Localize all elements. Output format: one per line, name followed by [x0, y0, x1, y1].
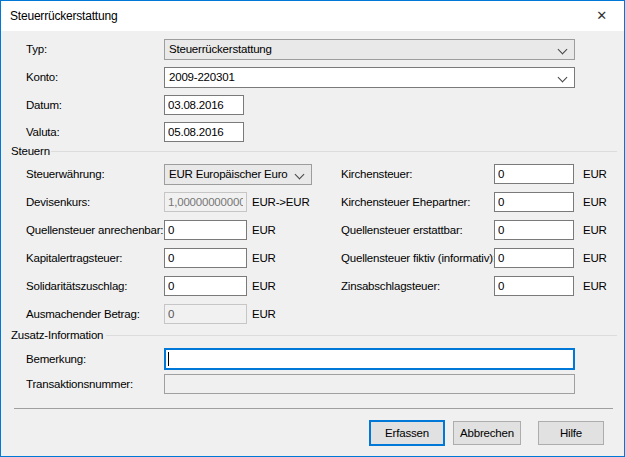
- erfassen-button[interactable]: Erfassen: [369, 420, 445, 446]
- ausmachender-betrag-label: Ausmachender Betrag:: [26, 304, 140, 324]
- group-zusatz-line: [106, 335, 617, 336]
- group-zusatz-label: Zusatz-Information: [11, 328, 103, 342]
- steuerwaehrung-select[interactable]: EUR Europäischer Euro: [164, 164, 312, 185]
- transaktionsnummer-input: [164, 374, 575, 394]
- datum-input[interactable]: [164, 95, 244, 115]
- kirchensteuer-ehepartner-input[interactable]: [494, 192, 574, 212]
- group-steuern-line: [51, 151, 617, 152]
- window-title: Steuerrückerstattung: [10, 1, 117, 31]
- kirchensteuer-input[interactable]: [494, 164, 574, 184]
- konto-label: Konto:: [26, 67, 58, 87]
- dialog-steuerrueckerstattung: Steuerrückerstattung ✕ Typ: Steuerrücker…: [0, 0, 625, 457]
- abbrechen-button[interactable]: Abbrechen: [453, 421, 521, 445]
- kirchensteuer-label: Kirchensteuer:: [341, 164, 412, 184]
- konto-value: 2009-220301: [169, 68, 235, 87]
- quellensteuer-anrechenbar-currency-label: EUR: [252, 220, 276, 240]
- devisenkurs-currency-label: EUR->EUR: [252, 192, 310, 212]
- titlebar[interactable]: Steuerrückerstattung ✕: [1, 1, 624, 31]
- kirchensteuer-currency-label: EUR: [583, 164, 607, 184]
- solidaritaetszuschlag-currency-label: EUR: [252, 276, 276, 296]
- ausmachender-betrag-input: [164, 304, 247, 324]
- devisenkurs-input: [164, 192, 247, 212]
- quellensteuer-fiktiv-input[interactable]: [494, 248, 574, 268]
- valuta-label: Valuta:: [26, 122, 60, 142]
- close-button[interactable]: ✕: [579, 1, 624, 30]
- group-steuern-label: Steuern: [11, 144, 50, 158]
- ausmachender-betrag-currency-label: EUR: [252, 304, 276, 324]
- kapitalertragsteuer-currency-label: EUR: [252, 248, 276, 268]
- text-caret: [168, 352, 169, 366]
- kirchensteuer-ehepartner-currency-label: EUR: [583, 192, 607, 212]
- bemerkung-input[interactable]: [164, 348, 575, 370]
- quellensteuer-erstattbar-input[interactable]: [494, 220, 574, 240]
- chevron-down-icon: [558, 73, 568, 83]
- datum-label: Datum:: [26, 95, 62, 115]
- close-icon: ✕: [596, 8, 607, 23]
- quellensteuer-anrechenbar-label: Quellensteuer anrechenbar:: [26, 220, 163, 240]
- quellensteuer-anrechenbar-input[interactable]: [164, 220, 247, 240]
- zinsabschlagsteuer-label: Zinsabschlagsteuer:: [341, 276, 440, 296]
- solidaritaetszuschlag-input[interactable]: [164, 276, 247, 296]
- quellensteuer-fiktiv-label: Quellensteuer fiktiv (informativ):: [341, 248, 496, 268]
- typ-label: Typ:: [26, 39, 47, 59]
- typ-value: Steuerrückerstattung: [169, 40, 272, 59]
- bemerkung-label: Bemerkung:: [26, 349, 86, 369]
- zinsabschlagsteuer-currency-label: EUR: [583, 276, 607, 296]
- konto-select[interactable]: 2009-220301: [164, 67, 575, 88]
- quellensteuer-erstattbar-currency-label: EUR: [583, 220, 607, 240]
- kapitalertragsteuer-label: Kapitalertragsteuer:: [26, 248, 122, 268]
- bottom-separator: [14, 408, 613, 409]
- solidaritaetszuschlag-label: Solidaritätszuschlag:: [26, 276, 127, 296]
- devisenkurs-label: Devisenkurs:: [26, 192, 90, 212]
- chevron-down-icon: [558, 45, 568, 55]
- chevron-down-icon: [295, 170, 305, 180]
- transaktionsnummer-label: Transaktionsnummer:: [26, 374, 133, 394]
- zinsabschlagsteuer-input[interactable]: [494, 276, 574, 296]
- kirchensteuer-ehepartner-label: Kirchensteuer Ehepartner:: [341, 192, 470, 212]
- typ-select[interactable]: Steuerrückerstattung: [164, 39, 575, 60]
- valuta-input[interactable]: [164, 122, 244, 142]
- quellensteuer-fiktiv-currency-label: EUR: [583, 248, 607, 268]
- kapitalertragsteuer-input[interactable]: [164, 248, 247, 268]
- quellensteuer-erstattbar-label: Quellensteuer erstattbar:: [341, 220, 463, 240]
- steuerwaehrung-label: Steuerwährung:: [26, 164, 104, 184]
- steuerwaehrung-value: EUR Europäischer Euro: [169, 165, 288, 184]
- hilfe-button[interactable]: Hilfe: [538, 421, 604, 445]
